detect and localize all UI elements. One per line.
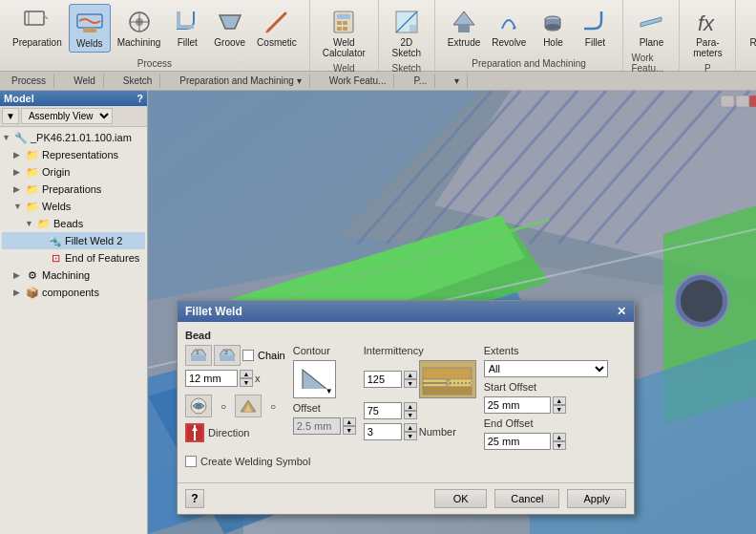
start-offset-label: Start Offset (484, 381, 608, 393)
intermittency-spin-2-down[interactable]: ▼ (404, 411, 417, 419)
intermittency-spin-2-up[interactable]: ▲ (404, 402, 417, 411)
expand-beads[interactable]: ▼ (25, 219, 36, 228)
tree-item-root[interactable]: ▼ 🔧 _PK46.21.01.100.iam (2, 129, 145, 146)
intermittency-spin-1-up[interactable]: ▲ (404, 371, 417, 379)
weld-symbol-checkbox[interactable] (185, 456, 197, 467)
sidebar-view-dropdown[interactable]: Assembly View (21, 108, 113, 124)
tree-item-preparations[interactable]: ▶ 📁 Preparations (2, 181, 145, 198)
fillet-label: Fillet (178, 37, 198, 48)
expand-components[interactable]: ▶ (13, 288, 25, 297)
offset-spin-down[interactable]: ▼ (343, 426, 356, 435)
ribbon-btn-plane[interactable]: Plane (631, 4, 671, 51)
start-offset-spin-down[interactable]: ▼ (553, 405, 566, 414)
svg-rect-0 (25, 11, 44, 25)
dialog-title-bar[interactable]: Fillet Weld ✕ (178, 301, 634, 322)
ribbon-btn-cosmetic[interactable]: Cosmetic (252, 4, 302, 51)
ribbon-group-sketch-items: 2D Sketch (387, 4, 427, 61)
ribbon-btn-return[interactable]: Return (744, 4, 756, 51)
radio-btn-2[interactable]: ○ (265, 395, 281, 417)
size-spin-down[interactable]: ▼ (240, 378, 253, 387)
tab-p[interactable]: P... (406, 74, 435, 88)
ribbon-btn-weld-calculator[interactable]: WeldCalculator (318, 4, 370, 61)
chain-row: Chain (242, 350, 285, 361)
contour-label: Contour (293, 345, 356, 356)
tree-item-representations[interactable]: ▶ 📁 Representations (2, 146, 145, 163)
tree-item-origin[interactable]: ▶ 📁 Origin (2, 163, 145, 181)
revolve-label: Revolve (492, 37, 526, 48)
ribbon-btn-machining[interactable]: Machining (113, 4, 166, 51)
number-input[interactable] (364, 423, 402, 440)
ribbon-btn-preparation[interactable]: Preparation (8, 4, 67, 51)
size-unit-label: x (255, 373, 261, 384)
tree-item-fillet-weld-2[interactable]: 🔩 Fillet Weld 2 (2, 232, 145, 249)
expand-representations[interactable]: ▶ (13, 150, 25, 160)
tab-weld[interactable]: Weld (66, 74, 104, 88)
ribbon-btn-extrude[interactable]: Extrude (443, 4, 485, 51)
start-offset-spin-up[interactable]: ▲ (553, 396, 566, 405)
extents-label: Extents (484, 345, 608, 356)
end-offset-spin-up[interactable]: ▲ (553, 433, 566, 441)
ribbon-btn-parameters[interactable]: fx Para-meters (687, 4, 727, 61)
tab-prep-machining[interactable]: Preparation and Machining ▾ (172, 74, 309, 88)
tab-dropdown[interactable]: ▾ (447, 74, 468, 88)
viewport[interactable]: Fillet Weld ✕ Bead 1 2 (148, 91, 756, 534)
size-input[interactable] (185, 370, 238, 387)
ribbon-btn-revolve[interactable]: Revolve (487, 4, 531, 51)
dialog-ok-btn[interactable]: OK (434, 489, 487, 508)
return-label: Return (749, 37, 756, 48)
ribbon-btn-2d-sketch[interactable]: 2D Sketch (387, 4, 427, 61)
dialog-help-btn[interactable]: ? (185, 489, 204, 508)
tree-item-machining[interactable]: ▶ ⚙ Machining (2, 267, 145, 284)
tree-item-beads[interactable]: ▼ 📁 Beads (2, 215, 145, 232)
chain-checkbox[interactable] (242, 350, 254, 361)
ribbon-group-process: Preparation Welds Machining Fillet (0, 0, 310, 71)
intermittency-input-2[interactable] (364, 402, 402, 419)
ribbon-group-prep-machining-label: Preparation and Machining (472, 56, 586, 69)
tab-work-features[interactable]: Work Featu... (322, 74, 395, 88)
extents-select[interactable]: All Between From-To (484, 360, 608, 377)
bead-controls-col: 1 2 Chain (185, 345, 285, 442)
root-icon: 🔧 (13, 130, 29, 145)
start-offset-input[interactable] (484, 396, 551, 414)
dialog-close-btn[interactable]: ✕ (617, 305, 626, 318)
dialog-cancel-btn[interactable]: Cancel (494, 489, 559, 508)
hole-icon (537, 7, 568, 37)
ribbon-btn-fillet2[interactable]: Fillet (575, 4, 615, 51)
radio-btn-1[interactable]: ○ (216, 395, 231, 417)
machining-icon (124, 7, 155, 37)
intermittency-input-1[interactable] (364, 371, 402, 388)
tree-item-end-of-features[interactable]: ⊡ End of Features (2, 249, 145, 267)
number-spin-up[interactable]: ▲ (404, 423, 417, 432)
sidebar-filter-btn[interactable]: ▼ (2, 108, 19, 124)
dialog-apply-btn[interactable]: Apply (567, 489, 626, 508)
view-icon-btn-1[interactable] (185, 395, 212, 417)
expand-root[interactable]: ▼ (2, 133, 13, 142)
sidebar-help-icon[interactable]: ? (136, 93, 143, 104)
ribbon-group-work-items: Plane (631, 4, 671, 51)
ribbon-group-parameters-items: fx Para-meters (687, 4, 727, 61)
tab-process[interactable]: Process (4, 74, 54, 88)
tree-item-components[interactable]: ▶ 📦 components (2, 284, 145, 301)
number-spin-down[interactable]: ▼ (404, 432, 417, 440)
svg-rect-12 (337, 21, 342, 25)
expand-machining[interactable]: ▶ (13, 270, 25, 280)
contour-select[interactable]: ▼ (293, 360, 336, 398)
expand-welds[interactable]: ▼ (13, 202, 25, 211)
end-offset-spin-down[interactable]: ▼ (553, 441, 566, 450)
ribbon-btn-welds[interactable]: Welds (69, 4, 111, 53)
size-spin-up[interactable]: ▲ (240, 370, 253, 378)
tree-item-welds[interactable]: ▼ 📁 Welds (2, 198, 145, 215)
ribbon-group-p-label: P (704, 61, 711, 74)
ribbon-btn-fillet[interactable]: Fillet (167, 4, 207, 51)
bead-type-btn-1[interactable]: 1 (185, 345, 212, 366)
tab-sketch[interactable]: Sketch (116, 74, 161, 88)
ribbon-btn-groove[interactable]: Groove (209, 4, 250, 51)
expand-origin[interactable]: ▶ (13, 167, 25, 177)
bead-type-btn-2[interactable]: 2 (214, 345, 241, 366)
intermittency-spin-1-down[interactable]: ▼ (404, 379, 417, 388)
expand-preparations[interactable]: ▶ (13, 184, 25, 194)
end-offset-input[interactable] (484, 433, 551, 450)
ribbon-btn-hole[interactable]: Hole (533, 4, 573, 51)
offset-spin-up[interactable]: ▲ (343, 417, 356, 426)
view-icon-btn-2[interactable] (235, 395, 262, 417)
